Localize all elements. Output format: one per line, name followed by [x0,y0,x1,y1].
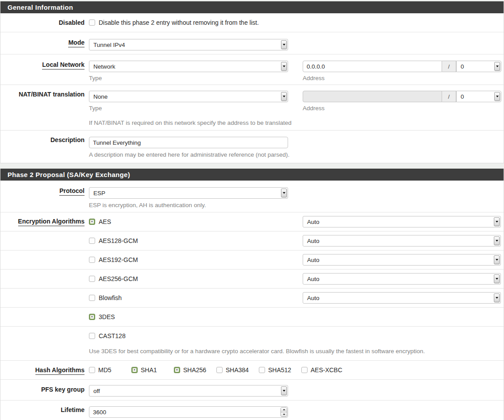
hash-sha1-checkbox[interactable] [131,367,138,373]
encryption-blowfish-label: Blowfish [99,294,122,301]
pfs-key-group-select[interactable]: off [89,385,288,397]
lifetime-input[interactable] [93,409,281,416]
encryption-algorithms-label: Encryption Algorithms [0,212,85,231]
spinner-up-icon[interactable] [281,408,287,412]
hash-sha1-label: SHA1 [141,366,157,374]
pfs-key-group-value: off [93,388,281,394]
local-network-mask-value: 0 [461,63,494,70]
nat-address-help: Address [303,105,501,112]
mode-select[interactable]: Tunnel IPv4 [89,39,288,50]
encryption-aes-label: AES [99,218,111,225]
local-network-type-value: Network [93,63,281,70]
protocol-row: Protocol ESP ESP is encryption, AH is au… [0,181,504,212]
encryption-aes128gcm-keylen-select[interactable]: Auto [303,235,501,247]
dropdown-arrow-icon [281,386,287,395]
encryption-3des-label: 3DES [99,313,115,320]
encryption-cast128-label: CAST128 [99,332,126,339]
local-network-row: Local Network Network Type / 0 Ad [0,54,504,85]
encryption-aes128gcm-checkbox[interactable] [89,238,95,244]
phase2-proposal-panel: Phase 2 Proposal (SA/Key Exchange) Proto… [0,169,504,420]
encryption-aes-checkbox[interactable] [89,219,95,225]
panel-title: Phase 2 Proposal (SA/Key Exchange) [0,169,504,181]
mode-select-value: Tunnel IPv4 [93,42,281,48]
local-network-address-help: Address [303,75,501,82]
dropdown-arrow-icon [494,92,500,101]
encryption-cast128-checkbox[interactable] [89,333,95,339]
hash-sha512-checkbox[interactable] [259,367,265,373]
hash-md5-label: MD5 [98,366,112,374]
mode-row: Mode Tunnel IPv4 [0,32,504,54]
nat-mask-value: 0 [461,93,494,100]
encryption-aes256gcm-keylen-select[interactable]: Auto [303,273,501,285]
address-separator: / [442,91,456,102]
hash-aesxcbc-label: AES-XCBC [311,366,342,374]
dropdown-arrow-icon [494,293,500,302]
encryption-aes192gcm-keylen-select[interactable]: Auto [303,254,501,266]
nat-address-input [303,91,442,102]
local-network-type-help: Type [89,75,288,82]
encryption-3des-checkbox[interactable] [89,314,95,320]
hash-algorithms-label: Hash Algorithms [0,361,85,379]
protocol-select[interactable]: ESP [89,187,288,199]
keylen-value: Auto [307,257,494,263]
encryption-blowfish-keylen-select[interactable]: Auto [303,292,501,304]
encryption-aes-row: Encryption Algorithms AES Auto [0,212,504,231]
dropdown-arrow-icon [281,92,287,101]
encryption-blowfish-row: Blowfish Auto [0,289,504,308]
protocol-label: Protocol [0,181,85,212]
nat-type-select[interactable]: None [89,91,288,102]
local-network-type-select[interactable]: Network [89,61,288,72]
local-network-label: Local Network [0,54,85,85]
local-network-mask-select[interactable]: 0 [456,61,501,72]
hash-algorithms-row: Hash Algorithms MD5 SHA1 SHA256 SHA384 S… [0,361,504,380]
description-input[interactable] [89,137,288,148]
encryption-aes256gcm-label: AES256-GCM [99,275,138,282]
dropdown-arrow-icon [281,189,287,197]
hash-sha256-label: SHA256 [183,366,206,374]
disabled-row: Disabled Disable this phase 2 entry with… [0,13,504,32]
hash-aesxcbc-checkbox[interactable] [301,367,308,373]
dropdown-arrow-icon [494,62,500,71]
lifetime-stepper[interactable] [89,406,288,418]
encryption-help: Use 3DES for best compatibility or for a… [85,345,504,360]
encryption-aes-keylen-select[interactable]: Auto [303,216,501,227]
protocol-select-value: ESP [93,190,281,197]
general-information-panel: General Information Disabled Disable thi… [0,1,504,163]
lifetime-label: Lifetime [0,401,85,420]
nat-binat-label: NAT/BINAT translation [0,85,85,130]
hash-sha256-checkbox[interactable] [174,367,180,373]
pfs-key-group-row: PFS key group off [0,380,504,401]
dropdown-arrow-icon [494,274,500,283]
protocol-help: ESP is encryption, AH is authentication … [89,202,504,209]
hash-sha512-label: SHA512 [268,366,291,374]
disabled-checkbox[interactable] [89,19,95,26]
encryption-aes128gcm-row: AES128-GCM Auto [0,231,504,250]
keylen-value: Auto [307,238,494,244]
encryption-blowfish-checkbox[interactable] [89,295,95,301]
spinner-down-icon[interactable] [281,412,287,417]
nat-binat-row: NAT/BINAT translation None Type / 0 [0,85,504,131]
hash-sha384-label: SHA384 [226,366,249,374]
disabled-label: Disabled [0,13,85,32]
encryption-aes256gcm-checkbox[interactable] [89,276,95,282]
dropdown-arrow-icon [281,62,287,71]
hash-md5-checkbox[interactable] [89,367,95,373]
nat-type-help: Type [89,105,288,112]
encryption-aes128gcm-label: AES128-GCM [99,237,138,244]
dropdown-arrow-icon [494,236,500,245]
dropdown-arrow-icon [494,255,500,264]
lifetime-row: Lifetime Seconds [0,401,504,420]
encryption-aes192gcm-checkbox[interactable] [89,257,95,263]
keylen-value: Auto [307,276,494,282]
keylen-value: Auto [307,219,494,225]
description-row: Description A description may be entered… [0,131,504,163]
local-network-address-input[interactable] [303,61,442,72]
encryption-aes256gcm-row: AES256-GCM Auto [0,270,504,289]
pfs-key-group-label: PFS key group [0,380,85,400]
nat-mask-select[interactable]: 0 [456,91,501,102]
encryption-3des-row: 3DES [0,308,504,327]
keylen-value: Auto [307,295,494,301]
nat-type-value: None [93,93,281,100]
spinner-icon[interactable] [281,407,287,417]
hash-sha384-checkbox[interactable] [216,367,223,373]
